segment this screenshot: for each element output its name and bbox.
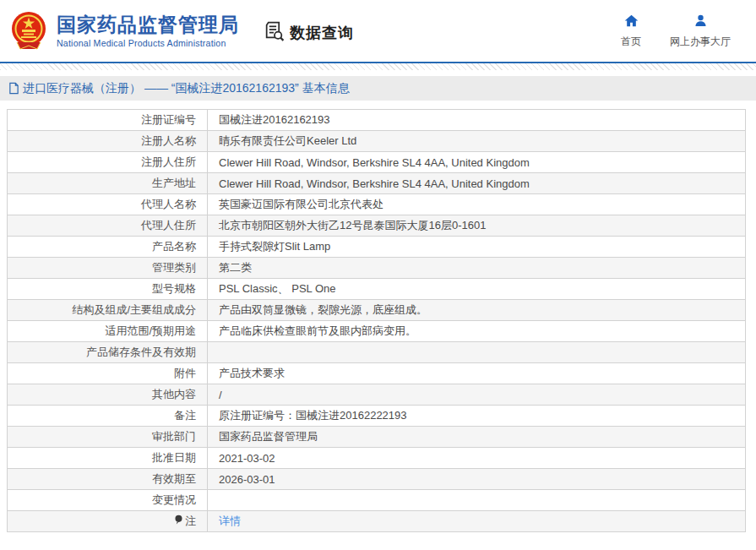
row-value: 国械注进20162162193 [208, 110, 746, 131]
row-value: 产品临床供检查眼前节及眼内部病变用。 [208, 321, 746, 342]
table-row: 审批部门国家药品监督管理局 [8, 427, 746, 448]
table-row: 注册人名称睛乐有限责任公司Keeler Ltd [8, 131, 746, 152]
pin-icon [174, 515, 183, 528]
nav-service-hall[interactable]: 网上办事大厅 [670, 14, 731, 49]
row-label: 有效期至 [8, 469, 208, 490]
row-value: 英国豪迈国际有限公司北京代表处 [208, 194, 746, 215]
table-row: 产品储存条件及有效期 [8, 342, 746, 363]
row-label: 注册证编号 [8, 110, 208, 131]
row-label: 审批部门 [8, 427, 208, 448]
table-row: 其他内容/ [8, 384, 746, 406]
table-row: 代理人住所北京市朝阳区朝外大街乙12号昆泰国际大厦16层0-1601 [8, 215, 746, 237]
data-query-label: 数据查询 [290, 23, 354, 43]
registration-info-table: 注册证编号国械注进20162162193注册人名称睛乐有限责任公司Keeler … [7, 109, 749, 532]
row-label: 批准日期 [8, 448, 208, 469]
nav-home[interactable]: 首页 [621, 14, 641, 49]
row-label: 管理类别 [8, 258, 208, 279]
row-label: 注册人住所 [8, 152, 208, 173]
row-value: 详情 [208, 511, 746, 532]
row-value: Clewer Hill Road, Windsor, Berkshire SL4… [208, 173, 746, 194]
row-value [208, 342, 746, 363]
row-value: 2026-03-01 [208, 469, 746, 490]
row-label: 其他内容 [8, 384, 208, 406]
breadcrumb-text: 进口医疗器械（注册） —— “国械注进20162162193” 基本信息 [23, 81, 350, 96]
row-value: 2021-03-02 [208, 448, 746, 469]
agency-title-block: 国家药品监督管理局 National Medical Products Admi… [57, 14, 239, 47]
row-label: 结构及组成/主要组成成分 [8, 300, 208, 321]
china-national-emblem-icon [8, 10, 49, 52]
table-row: 型号规格PSL Classic、 PSL One [8, 279, 746, 300]
nav-home-label: 首页 [621, 35, 641, 49]
document-icon [8, 82, 19, 95]
row-label: 注 [8, 511, 208, 532]
table-row: 生产地址Clewer Hill Road, Windsor, Berkshire… [8, 173, 746, 194]
row-label: 备注 [8, 406, 208, 427]
row-value [208, 490, 746, 511]
row-label: 代理人住所 [8, 215, 208, 237]
row-value: 北京市朝阳区朝外大街乙12号昆泰国际大厦16层0-1601 [208, 215, 746, 237]
row-value: 产品由双筒显微镜，裂隙光源，底座组成。 [208, 300, 746, 321]
table-row: 批准日期2021-03-02 [8, 448, 746, 469]
agency-subtitle: National Medical Products Administration [57, 38, 239, 48]
row-label: 代理人名称 [8, 194, 208, 215]
table-row: 附件产品技术要求 [8, 363, 746, 384]
row-value: / [208, 384, 746, 406]
row-label: 型号规格 [8, 279, 208, 300]
table-row: 管理类别第二类 [8, 258, 746, 279]
row-value: PSL Classic、 PSL One [208, 279, 746, 300]
page-header: 国家药品监督管理局 National Medical Products Admi… [0, 0, 756, 62]
row-label: 注册人名称 [8, 131, 208, 152]
detail-link[interactable]: 详情 [219, 515, 241, 527]
hatch-band [0, 63, 756, 70]
row-label: 生产地址 [8, 173, 208, 194]
row-label: 产品名称 [8, 237, 208, 258]
row-value: 原注册证编号：国械注进20162222193 [208, 406, 746, 427]
agency-logo: 国家药品监督管理局 National Medical Products Admi… [8, 10, 239, 52]
table-row: 变更情况 [8, 490, 746, 511]
table-row: 注详情 [8, 511, 746, 532]
table-row: 结构及组成/主要组成成分产品由双筒显微镜，裂隙光源，底座组成。 [8, 300, 746, 321]
breadcrumb: 进口医疗器械（注册） —— “国械注进20162162193” 基本信息 [0, 76, 756, 101]
document-search-icon [263, 19, 286, 46]
row-value: 国家药品监督管理局 [208, 427, 746, 448]
row-label: 产品储存条件及有效期 [8, 342, 208, 363]
table-row: 产品名称手持式裂隙灯Slit Lamp [8, 237, 746, 258]
table-row: 适用范围/预期用途产品临床供检查眼前节及眼内部病变用。 [8, 321, 746, 342]
table-row: 代理人名称英国豪迈国际有限公司北京代表处 [8, 194, 746, 215]
home-icon [624, 14, 639, 31]
row-value: Clewer Hill Road, Windsor, Berkshire SL4… [208, 152, 746, 173]
row-label: 变更情况 [8, 490, 208, 511]
nav-service-hall-label: 网上办事大厅 [670, 35, 731, 49]
row-value: 睛乐有限责任公司Keeler Ltd [208, 131, 746, 152]
row-value: 手持式裂隙灯Slit Lamp [208, 237, 746, 258]
table-row: 备注原注册证编号：国械注进20162222193 [8, 406, 746, 427]
row-label: 适用范围/预期用途 [8, 321, 208, 342]
table-row: 注册人住所Clewer Hill Road, Windsor, Berkshir… [8, 152, 746, 173]
info-table-body: 注册证编号国械注进20162162193注册人名称睛乐有限责任公司Keeler … [8, 110, 746, 532]
user-icon [693, 14, 708, 31]
agency-title: 国家药品监督管理局 [57, 14, 239, 35]
row-value: 产品技术要求 [208, 363, 746, 384]
row-value: 第二类 [208, 258, 746, 279]
table-row: 注册证编号国械注进20162162193 [8, 110, 746, 131]
top-nav: 首页 网上办事大厅 [621, 14, 742, 49]
data-query-section: 数据查询 [263, 19, 354, 46]
table-row: 有效期至2026-03-01 [8, 469, 746, 490]
row-label: 附件 [8, 363, 208, 384]
